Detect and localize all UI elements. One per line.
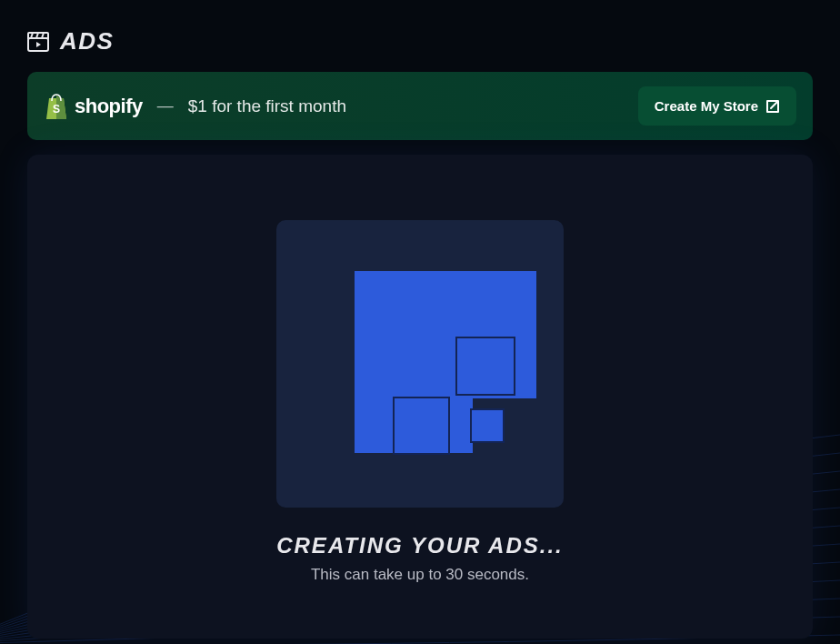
loading-title: Creating your ads... — [276, 533, 564, 558]
svg-marker-4 — [36, 42, 41, 47]
clapperboard-icon — [27, 32, 49, 52]
create-store-button[interactable]: Create My Store — [638, 86, 796, 126]
loading-card: Creating your ads... This can take up to… — [27, 155, 813, 639]
svg-text:S: S — [53, 103, 60, 116]
create-store-label: Create My Store — [655, 98, 758, 114]
shopify-brand-name: shopify — [75, 95, 143, 118]
page-header: Ads — [27, 27, 813, 55]
shopify-bag-icon: S — [44, 92, 69, 121]
shopify-logo: S shopify — [44, 92, 143, 121]
promo-banner: S shopify — $1 for the first month Creat… — [27, 72, 813, 140]
loading-subtitle: This can take up to 30 seconds. — [311, 566, 529, 584]
external-link-icon — [765, 99, 780, 114]
promo-separator: — — [157, 96, 174, 116]
promo-offer-text: $1 for the first month — [188, 96, 346, 116]
loader-animation — [276, 220, 564, 508]
page-title: Ads — [60, 27, 114, 55]
